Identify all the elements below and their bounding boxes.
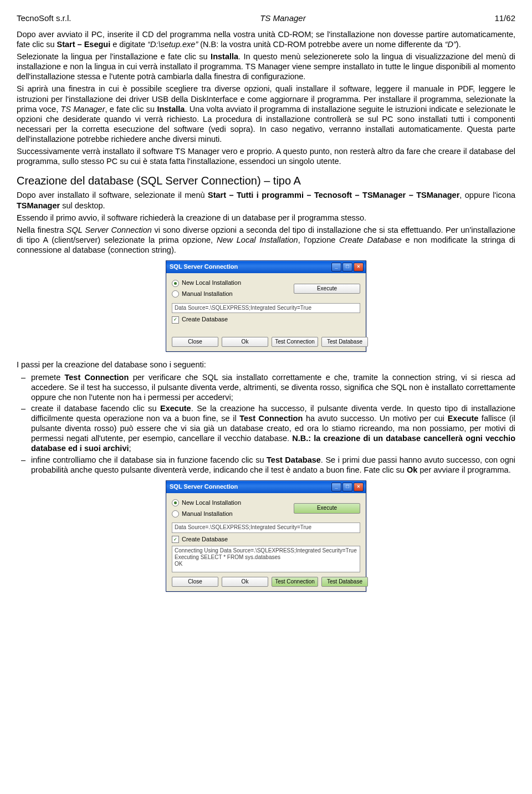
test-database-button[interactable]: Test Database (321, 337, 368, 347)
para-8: I passi per la creazione del database so… (17, 360, 515, 370)
checkbox-label: Create Database (182, 316, 228, 324)
t: infine controlliamo che il database sia … (31, 455, 267, 464)
para-3: Si aprirà una finestra in cui è possibil… (17, 84, 515, 144)
t: Connecting Using Data Source=.\SQLEXPRES… (175, 547, 357, 554)
maximize-icon[interactable]: □ (342, 263, 352, 272)
t: Nella finestra (17, 226, 66, 234)
radio-icon (172, 510, 179, 518)
radio-label: New Local Installation (182, 279, 241, 287)
create-db-checkbox[interactable]: Create Database (172, 316, 360, 324)
t: New Local Installation (217, 235, 298, 244)
para-6: Essendo il primo avvio, il software rich… (17, 213, 515, 223)
t: create il database facendo clic su (31, 404, 160, 413)
titlebar[interactable]: SQL Server Connection _ □ × (166, 261, 366, 273)
maximize-icon[interactable]: □ (342, 483, 352, 491)
t: SQL Server Connection (66, 226, 152, 234)
t: Dopo aver installato il software, selezi… (17, 191, 208, 199)
radio-icon (172, 280, 179, 287)
radio-icon (172, 290, 179, 298)
t: , e fate clic su (105, 105, 157, 114)
t: Test Connection (65, 373, 129, 382)
radio-label: Manual Installation (182, 510, 233, 518)
radio-label: Manual Installation (182, 290, 233, 298)
steps-list: premete Test Connection per verificare c… (17, 372, 515, 475)
t: Ok (407, 465, 417, 474)
execute-button[interactable]: Execute (294, 503, 360, 514)
t: Create Database (339, 235, 401, 244)
list-item: premete Test Connection per verificare c… (31, 372, 515, 402)
list-item: infine controlliamo che il database sia … (31, 455, 515, 475)
titlebar[interactable]: SQL Server Connection _ □ × (166, 481, 366, 493)
t: Start – Tutti i programmi – Tecnosoft – … (208, 191, 459, 199)
close-icon[interactable]: × (354, 263, 364, 272)
t: Installa (157, 105, 185, 114)
t: Test Connection (239, 414, 303, 423)
t: Executing SELECT * FROM sys.databases (175, 554, 280, 560)
connection-string-input[interactable]: Data Source=.\SQLEXPRESS;Integrated Secu… (172, 303, 360, 314)
t: , l'opzione (298, 235, 339, 244)
t: (N.B: la vostra unità CD-ROM potrebbe av… (198, 40, 444, 49)
radio-new-local[interactable]: New Local Installation (172, 499, 241, 507)
para-1: Dopo aver avviato il PC, inserite il CD … (17, 29, 515, 49)
sql-connection-dialog-2: SQL Server Connection _ □ × New Local In… (166, 480, 366, 592)
radio-manual[interactable]: Manual Installation (172, 290, 241, 298)
t: Selezionate la lingua per l'installazion… (17, 52, 211, 61)
header-doc: TS Manager (260, 13, 306, 24)
list-item: create il database facendo clic su Execu… (31, 403, 515, 454)
sql-connection-dialog-1: SQL Server Connection _ □ × New Local In… (166, 260, 366, 352)
t: “D” (445, 40, 456, 49)
t: Execute (160, 404, 191, 413)
ok-button[interactable]: Ok (222, 577, 268, 587)
para-7: Nella finestra SQL Server Connection vi … (17, 225, 515, 255)
close-button[interactable]: Close (172, 337, 218, 347)
t: ; (129, 444, 131, 453)
execute-button[interactable]: Execute (294, 284, 360, 294)
t: per avviare il programma. (417, 465, 510, 474)
t: premete (31, 373, 65, 382)
dialog-title: SQL Server Connection (170, 263, 238, 271)
connection-string-input[interactable]: Data Source=.\SQLEXPRESS;Integrated Secu… (172, 522, 360, 533)
t: Start – Esegui (57, 40, 111, 49)
close-button[interactable]: Close (172, 577, 218, 587)
t: ). (456, 40, 461, 49)
para-5: Dopo aver installato il software, selezi… (17, 190, 515, 210)
page-header: TecnoSoft s.r.l. TS Manager 11/62 (17, 13, 515, 24)
test-database-button[interactable]: Test Database (321, 577, 368, 587)
t: TSManager (17, 201, 60, 210)
section-heading: Creazione del database (SQL Server Conne… (17, 174, 515, 188)
checkbox-icon (172, 316, 179, 324)
checkbox-icon (172, 536, 179, 543)
t: TS Manager (60, 105, 105, 114)
t: e digitate (110, 40, 147, 49)
create-db-checkbox[interactable]: Create Database (172, 536, 360, 544)
dialog-title: SQL Server Connection (170, 483, 238, 491)
checkbox-label: Create Database (182, 536, 228, 544)
header-company: TecnoSoft s.r.l. (17, 13, 71, 24)
radio-icon (172, 499, 179, 506)
radio-label: New Local Installation (182, 499, 241, 507)
t: sul desktop. (60, 201, 105, 210)
t: “D:\setup.exe” (147, 40, 198, 49)
radio-new-local[interactable]: New Local Installation (172, 279, 241, 287)
t: , oppure l'icona (459, 191, 515, 199)
t: Installa (211, 52, 238, 61)
test-connection-button[interactable]: Test Connection (272, 577, 318, 587)
ok-button[interactable]: Ok (222, 337, 268, 347)
test-connection-button[interactable]: Test Connection (272, 337, 318, 347)
close-icon[interactable]: × (354, 483, 364, 491)
t: Test Database (267, 455, 321, 464)
radio-manual[interactable]: Manual Installation (172, 510, 241, 518)
para-2: Selezionate la lingua per l'installazion… (17, 52, 515, 81)
para-4: Successivamente verrà installato il soft… (17, 146, 515, 166)
minimize-icon[interactable]: _ (331, 263, 341, 272)
minimize-icon[interactable]: _ (331, 483, 341, 491)
header-page: 11/62 (494, 13, 515, 24)
log-output: Connecting Using Data Source=.\SQLEXPRES… (172, 546, 360, 572)
t: Execute (448, 414, 479, 423)
t: ha avuto successo. Un motivo per cui (303, 414, 447, 423)
t: OK (175, 561, 182, 567)
